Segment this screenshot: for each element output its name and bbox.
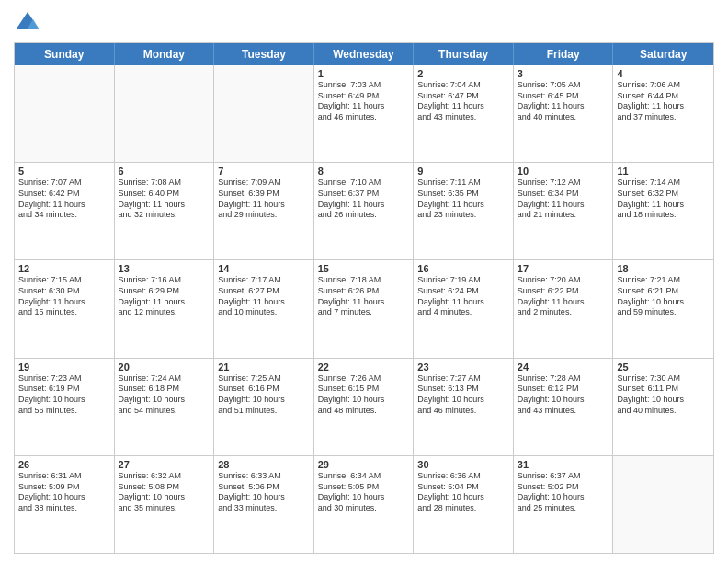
cell-info-line: Sunset: 6:34 PM — [518, 189, 609, 200]
cell-info-line: Sunrise: 7:07 AM — [18, 178, 110, 189]
cal-cell: 13Sunrise: 7:16 AMSunset: 6:29 PMDayligh… — [115, 260, 215, 357]
cell-info-line: Daylight: 11 hours — [18, 200, 110, 211]
cell-info-line: and 2 minutes. — [518, 307, 609, 318]
cal-cell: 26Sunrise: 6:31 AMSunset: 5:09 PMDayligh… — [15, 456, 115, 553]
cell-info-line: Sunset: 6:30 PM — [18, 286, 110, 297]
day-number: 28 — [218, 459, 310, 470]
cal-cell: 2Sunrise: 7:04 AMSunset: 6:47 PMDaylight… — [414, 65, 514, 162]
cell-info-line: Sunset: 6:29 PM — [119, 286, 210, 297]
cell-info-line: Daylight: 11 hours — [318, 101, 410, 112]
cell-info-line: Sunrise: 7:25 AM — [218, 373, 310, 385]
cell-info-line: Daylight: 10 hours — [617, 297, 710, 308]
cell-info-line: Daylight: 10 hours — [518, 395, 609, 406]
cell-info-line: Daylight: 10 hours — [518, 492, 609, 503]
cell-info-line: Daylight: 10 hours — [18, 492, 110, 503]
day-number: 4 — [617, 68, 710, 79]
day-number: 16 — [417, 263, 509, 274]
cell-info-line: Daylight: 10 hours — [119, 492, 210, 503]
cell-info-line: Sunset: 6:13 PM — [417, 384, 509, 395]
cell-info-line: Sunrise: 6:31 AM — [18, 471, 110, 482]
cell-info-line: Sunset: 6:26 PM — [318, 286, 410, 297]
cell-info-line: Sunrise: 7:28 AM — [518, 373, 609, 385]
cal-cell: 30Sunrise: 6:36 AMSunset: 5:04 PMDayligh… — [414, 456, 514, 553]
cell-info-line: and 48 minutes. — [318, 406, 410, 417]
cell-info-line: and 38 minutes. — [18, 503, 110, 514]
cell-info-line: and 54 minutes. — [119, 406, 210, 417]
cell-info-line: Daylight: 10 hours — [218, 492, 310, 503]
day-number: 27 — [119, 459, 210, 470]
cell-info-line: Sunset: 6:45 PM — [518, 91, 609, 102]
cell-info-line: Daylight: 11 hours — [218, 200, 310, 211]
cell-info-line: Daylight: 11 hours — [617, 200, 710, 211]
cell-info-line: Sunset: 6:39 PM — [218, 189, 310, 200]
cell-info-line: Sunset: 6:21 PM — [617, 286, 710, 297]
cell-info-line: Sunset: 6:22 PM — [518, 286, 609, 297]
day-number: 29 — [318, 459, 410, 470]
day-number: 17 — [518, 263, 609, 274]
cell-info-line: Daylight: 11 hours — [119, 200, 210, 211]
cell-info-line: Daylight: 10 hours — [18, 395, 110, 406]
day-number: 24 — [518, 362, 609, 373]
cal-cell: 18Sunrise: 7:21 AMSunset: 6:21 PMDayligh… — [613, 260, 713, 357]
cell-info-line: Sunset: 5:02 PM — [518, 482, 609, 493]
cell-info-line: and 35 minutes. — [119, 503, 210, 514]
cal-cell: 14Sunrise: 7:17 AMSunset: 6:27 PMDayligh… — [214, 260, 314, 357]
cal-cell: 5Sunrise: 7:07 AMSunset: 6:42 PMDaylight… — [15, 163, 115, 259]
cell-info-line: and 23 minutes. — [417, 210, 509, 221]
cell-info-line: Sunset: 6:27 PM — [218, 286, 310, 297]
cal-cell: 12Sunrise: 7:15 AMSunset: 6:30 PMDayligh… — [15, 260, 115, 357]
cell-info-line: and 40 minutes. — [518, 112, 609, 123]
cell-info-line: and 56 minutes. — [18, 406, 110, 417]
calendar-body: 1Sunrise: 7:03 AMSunset: 6:49 PMDaylight… — [15, 65, 713, 553]
header-day-saturday: Saturday — [613, 43, 713, 65]
cell-info-line: Sunset: 6:19 PM — [18, 384, 110, 395]
day-number: 25 — [617, 362, 710, 373]
cell-info-line: Sunset: 6:24 PM — [417, 286, 509, 297]
cell-info-line: and 51 minutes. — [218, 406, 310, 417]
day-number: 22 — [318, 362, 410, 373]
header-day-tuesday: Tuesday — [214, 43, 314, 65]
cell-info-line: and 28 minutes. — [417, 503, 509, 514]
cell-info-line: Sunset: 5:04 PM — [417, 482, 509, 493]
calendar: SundayMondayTuesdayWednesdayThursdayFrid… — [14, 42, 714, 554]
cell-info-line: Daylight: 10 hours — [617, 395, 710, 406]
cell-info-line: Sunrise: 7:17 AM — [218, 275, 310, 286]
day-number: 19 — [18, 362, 110, 373]
cell-info-line: Daylight: 10 hours — [318, 395, 410, 406]
day-number: 8 — [318, 166, 410, 177]
day-number: 30 — [417, 459, 509, 470]
cell-info-line: Daylight: 10 hours — [119, 395, 210, 406]
cell-info-line: Sunrise: 6:36 AM — [417, 471, 509, 482]
day-number: 31 — [518, 459, 609, 470]
day-number: 23 — [417, 362, 509, 373]
day-number: 21 — [218, 362, 310, 373]
cell-info-line: Sunset: 6:32 PM — [617, 189, 710, 200]
cal-cell — [15, 65, 115, 162]
cell-info-line: Sunrise: 7:03 AM — [318, 80, 410, 91]
cal-cell: 7Sunrise: 7:09 AMSunset: 6:39 PMDaylight… — [214, 163, 314, 259]
cell-info-line: Sunrise: 6:33 AM — [218, 471, 310, 482]
header-day-thursday: Thursday — [414, 43, 514, 65]
cal-cell: 31Sunrise: 6:37 AMSunset: 5:02 PMDayligh… — [514, 456, 614, 553]
day-number: 18 — [617, 263, 710, 274]
cell-info-line: Sunrise: 7:30 AM — [617, 373, 710, 385]
cal-cell: 25Sunrise: 7:30 AMSunset: 6:11 PMDayligh… — [613, 359, 713, 455]
cell-info-line: Sunrise: 7:09 AM — [218, 178, 310, 189]
cell-info-line: and 43 minutes. — [518, 406, 609, 417]
day-number: 10 — [518, 166, 609, 177]
cell-info-line: Sunset: 5:08 PM — [119, 482, 210, 493]
cal-cell: 28Sunrise: 6:33 AMSunset: 5:06 PMDayligh… — [214, 456, 314, 553]
cell-info-line: and 37 minutes. — [617, 112, 710, 123]
cell-info-line: and 12 minutes. — [119, 307, 210, 318]
day-number: 2 — [417, 68, 509, 79]
calendar-row-5: 26Sunrise: 6:31 AMSunset: 5:09 PMDayligh… — [15, 456, 713, 553]
cal-cell: 27Sunrise: 6:32 AMSunset: 5:08 PMDayligh… — [115, 456, 215, 553]
cell-info-line: Sunrise: 7:12 AM — [518, 178, 609, 189]
day-number: 20 — [119, 362, 210, 373]
day-number: 7 — [218, 166, 310, 177]
cal-cell: 4Sunrise: 7:06 AMSunset: 6:44 PMDaylight… — [613, 65, 713, 162]
cell-info-line: Sunrise: 7:15 AM — [18, 275, 110, 286]
cell-info-line: Sunset: 6:35 PM — [417, 189, 509, 200]
cell-info-line: and 46 minutes. — [318, 112, 410, 123]
cell-info-line: Sunrise: 6:37 AM — [518, 471, 609, 482]
